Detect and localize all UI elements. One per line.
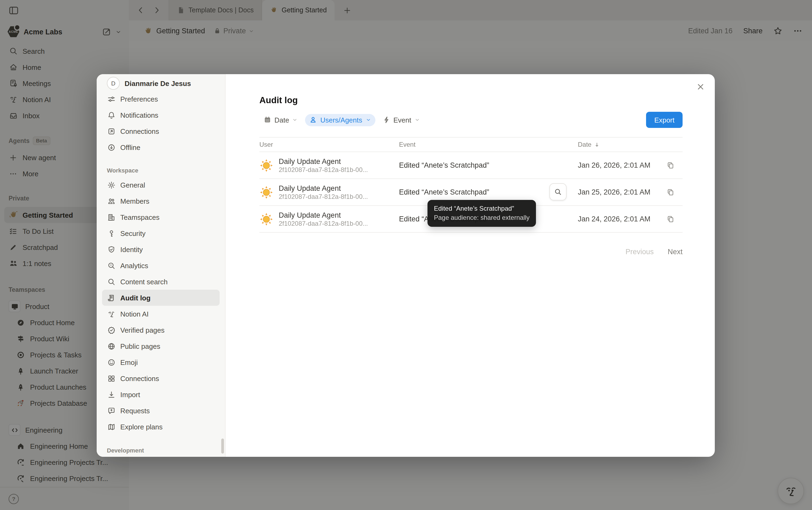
event-date: Jan 25, 2026, 2:01 AM <box>578 188 650 196</box>
chevron-down-icon <box>293 117 298 122</box>
event-date: Jan 26, 2026, 2:01 AM <box>578 161 650 169</box>
filter-event[interactable]: Event <box>378 114 424 126</box>
audit-row: Daily Update Agent 2f102087-daa7-812a-8f… <box>260 152 683 179</box>
settings-item-requests[interactable]: Requests <box>102 402 220 419</box>
scroll-icon <box>107 293 116 302</box>
settings-section-workspace: Workspace <box>107 163 215 174</box>
download-circle-icon <box>107 143 116 151</box>
settings-section-development: Development <box>107 443 215 454</box>
lightning-icon <box>383 116 390 123</box>
shield-check-icon <box>107 245 116 254</box>
settings-sidebar: D Dianmarie De Jesus Preferences Notific… <box>97 74 225 457</box>
previous-page-button[interactable]: Previous <box>625 248 654 256</box>
panel-title: Audit log <box>260 94 683 105</box>
settings-item-explore-plans[interactable]: Explore plans <box>102 419 220 435</box>
filter-date[interactable]: Date <box>260 114 302 126</box>
settings-item-public-pages[interactable]: Public pages <box>102 338 220 354</box>
agent-name: Daily Update Agent <box>279 210 368 220</box>
agent-name: Daily Update Agent <box>279 157 368 166</box>
settings-item-connections-workspace[interactable]: Connections <box>102 370 220 387</box>
settings-item-import[interactable]: Import <box>102 387 220 402</box>
tooltip-line-1: Edited “Anete’s Scratchpad” <box>434 204 530 214</box>
settings-item-identity[interactable]: Identity <box>102 241 220 257</box>
settings-item-teamspaces[interactable]: Teamspaces <box>102 209 220 225</box>
settings-item-verified-pages[interactable]: Verified pages <box>102 322 220 338</box>
account-name: Dianmarie De Jesus <box>125 79 191 87</box>
settings-item-members[interactable]: Members <box>102 193 220 209</box>
next-page-button[interactable]: Next <box>667 248 683 256</box>
sun-agent-icon <box>260 212 273 226</box>
import-icon <box>107 390 116 399</box>
map-icon <box>107 422 116 431</box>
settings-item-preferences[interactable]: Preferences <box>102 91 220 107</box>
sun-agent-icon <box>260 158 273 172</box>
settings-item-security[interactable]: Security <box>102 225 220 241</box>
settings-item-emoji[interactable]: Emoji <box>102 354 220 370</box>
people-icon <box>107 197 116 205</box>
chevron-down-icon <box>365 117 371 122</box>
row-zoom-button[interactable] <box>549 183 567 200</box>
agent-name: Daily Update Agent <box>279 183 368 193</box>
request-bubble-icon <box>107 406 116 415</box>
settings-item-general[interactable]: General <box>102 177 220 193</box>
copy-icon[interactable] <box>665 214 675 224</box>
badge-check-icon <box>107 326 116 334</box>
settings-item-notifications[interactable]: Notifications <box>102 107 220 123</box>
filter-bar: Date Users/Agents Event Export <box>260 112 683 128</box>
globe-icon <box>107 342 116 350</box>
settings-item-offline[interactable]: Offline <box>102 139 220 155</box>
copy-icon[interactable] <box>665 161 675 170</box>
sort-descending-icon <box>594 142 600 147</box>
notion-app: ACME Acme Labs Search Home Meetings <box>0 0 812 510</box>
calendar-icon <box>264 116 271 123</box>
close-icon[interactable] <box>694 81 706 92</box>
arrow-out-box-icon <box>107 127 116 136</box>
search-icon <box>107 277 116 286</box>
export-button[interactable]: Export <box>646 112 683 128</box>
agent-id: 2f102087-daa7-812a-8f1b-00... <box>279 220 368 228</box>
settings-item-connections[interactable]: Connections <box>102 123 220 139</box>
event-date: Jan 24, 2026, 2:01 AM <box>578 215 650 223</box>
copy-icon[interactable] <box>665 187 675 197</box>
scrollbar-thumb[interactable] <box>221 438 224 454</box>
grid-icon <box>107 374 116 382</box>
notion-ai-icon <box>107 310 116 318</box>
table-header: User Event Date <box>260 137 683 152</box>
search-sparkle-icon <box>107 261 116 270</box>
settings-item-analytics[interactable]: Analytics <box>102 257 220 274</box>
agent-id: 2f102087-daa7-812a-8f1b-00... <box>279 193 368 201</box>
account-row[interactable]: D Dianmarie De Jesus <box>102 76 220 91</box>
event-tooltip: Edited “Anete’s Scratchpad” Page audienc… <box>427 200 536 227</box>
audit-log-panel: Audit log Date Users/Agents Event <box>225 74 715 457</box>
person-icon <box>310 116 317 123</box>
pagination: Previous Next <box>260 248 683 256</box>
settings-item-notion-ai[interactable]: Notion AI <box>102 306 220 322</box>
gear-icon <box>107 180 116 189</box>
settings-item-audit-log[interactable]: Audit log <box>102 290 220 306</box>
column-header-user: User <box>260 141 399 148</box>
column-header-event: Event <box>399 141 578 148</box>
building-icon <box>107 213 116 221</box>
chevron-down-icon <box>415 117 420 122</box>
agent-id: 2f102087-daa7-812a-8f1b-00... <box>279 166 368 174</box>
bell-icon <box>107 111 116 119</box>
sliders-icon <box>107 94 116 103</box>
key-icon <box>107 229 116 237</box>
filter-users-agents[interactable]: Users/Agents <box>305 114 375 126</box>
smiley-icon <box>107 358 116 367</box>
sun-agent-icon <box>260 185 273 199</box>
tooltip-line-2: Page audience: shared externally <box>434 214 530 223</box>
settings-item-content-search[interactable]: Content search <box>102 274 220 290</box>
column-header-date[interactable]: Date <box>578 141 683 148</box>
event-description: Edited “Anete’s Scratchpad” <box>399 161 578 169</box>
settings-modal: D Dianmarie De Jesus Preferences Notific… <box>97 74 715 457</box>
avatar: D <box>107 77 120 90</box>
